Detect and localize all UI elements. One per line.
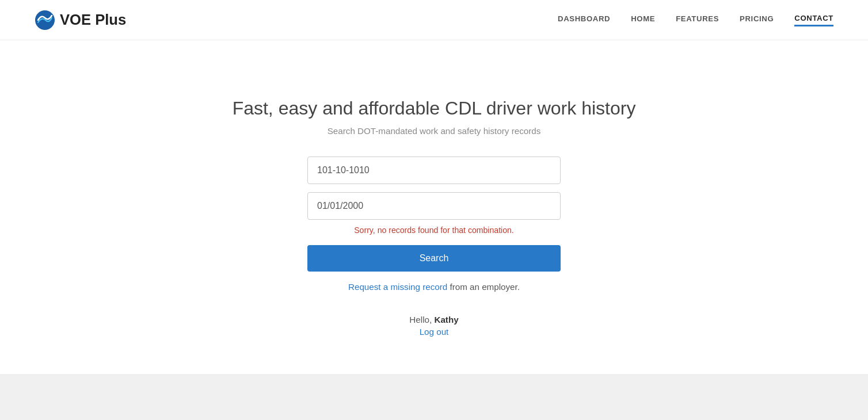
error-message: Sorry, no records found for that combina… xyxy=(354,226,514,235)
missing-record-link[interactable]: Request a missing record xyxy=(348,282,447,292)
dob-input[interactable] xyxy=(307,192,561,220)
logo-link[interactable]: VOE Plus xyxy=(35,10,126,30)
nav-contact[interactable]: CONTACT xyxy=(794,14,833,26)
user-name: Kathy xyxy=(434,315,458,324)
nav-home[interactable]: HOME xyxy=(631,14,655,25)
hero-subtitle: Search DOT-mandated work and safety hist… xyxy=(328,126,541,136)
main-nav: DASHBOARD HOME FEATURES PRICING CONTACT xyxy=(558,14,833,26)
ssn-input[interactable] xyxy=(307,156,561,184)
search-button[interactable]: Search xyxy=(307,245,561,272)
hero-title: Fast, easy and affordable CDL driver wor… xyxy=(233,98,636,119)
nav-pricing[interactable]: PRICING xyxy=(740,14,774,25)
nav-dashboard[interactable]: DASHBOARD xyxy=(558,14,610,25)
main-content: Fast, easy and affordable CDL driver wor… xyxy=(0,40,868,374)
missing-record-suffix: from an employer. xyxy=(447,282,520,292)
missing-record-line: Request a missing record from an employe… xyxy=(348,282,520,292)
page-footer xyxy=(0,374,868,420)
logo-text: VOE Plus xyxy=(60,12,126,28)
site-header: VOE Plus DASHBOARD HOME FEATURES PRICING… xyxy=(0,0,868,40)
logo-icon xyxy=(35,10,55,30)
greeting-text: Hello, xyxy=(409,315,434,324)
nav-features[interactable]: FEATURES xyxy=(676,14,719,25)
search-form: Sorry, no records found for that combina… xyxy=(307,156,561,292)
user-greeting-area: Hello, Kathy xyxy=(409,315,458,324)
logout-link[interactable]: Log out xyxy=(420,327,449,337)
